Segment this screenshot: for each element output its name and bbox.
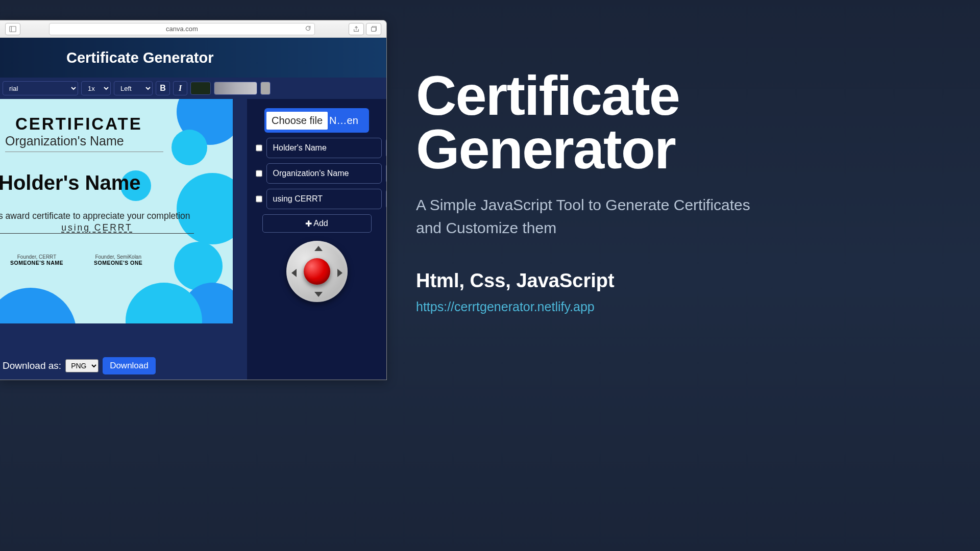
refresh-icon[interactable]	[305, 24, 311, 34]
extra-swatch[interactable]	[260, 82, 271, 95]
field-input[interactable]	[266, 189, 382, 209]
field-row	[256, 163, 378, 184]
chosen-filename: N…en	[329, 115, 358, 127]
url-text: canva.com	[166, 25, 198, 33]
align-select[interactable]: Left	[114, 81, 153, 95]
delete-field-button[interactable]	[386, 138, 387, 158]
browser-window: canva.com Certificate Generator rial 1x …	[0, 20, 387, 380]
url-bar[interactable]: canva.com	[49, 23, 315, 35]
gradient-swatch[interactable]	[214, 82, 257, 95]
field-checkbox[interactable]	[256, 170, 262, 177]
cert-body[interactable]: s award certificate to appreciate your c…	[0, 211, 228, 221]
trash-icon	[386, 195, 387, 203]
field-checkbox[interactable]	[256, 195, 262, 203]
app-title: Certificate Generator	[66, 49, 214, 66]
field-input[interactable]	[266, 163, 382, 184]
promo-subtitle: A Simple JavaScript Tool to Generate Cer…	[416, 193, 773, 239]
signer-name: SOMEONE'S ONE	[94, 260, 142, 266]
joystick-right-icon[interactable]	[337, 269, 342, 277]
signer-name: SOMEONE'S NAME	[10, 260, 63, 266]
sidebar-toggle-icon[interactable]	[5, 23, 20, 35]
side-panel: Choose file N…en	[247, 99, 386, 380]
field-checkbox[interactable]	[256, 144, 262, 152]
app-header: Certificate Generator	[0, 38, 386, 78]
zoom-select[interactable]: 1x	[81, 81, 111, 95]
delete-field-button[interactable]	[386, 189, 387, 209]
field-input[interactable]	[266, 138, 382, 158]
field-row	[256, 189, 378, 209]
signer-role: Founder, SemiKolan	[94, 254, 142, 260]
decor-blob	[0, 288, 77, 323]
signer-role: Founder, CERRT	[10, 254, 63, 260]
joystick-control[interactable]	[286, 241, 348, 302]
svg-rect-0	[10, 26, 16, 32]
joystick-up-icon[interactable]	[314, 246, 323, 251]
trash-icon	[386, 170, 387, 177]
download-button[interactable]: Download	[103, 357, 156, 374]
download-bar: Download as: PNG Download	[0, 352, 247, 380]
joystick-down-icon[interactable]	[314, 292, 323, 297]
signer-block: Founder, SemiKolan SOMEONE'S ONE	[94, 254, 142, 266]
app-body: Certificate Generator rial 1x Left B I	[0, 38, 386, 380]
delete-field-button[interactable]	[386, 164, 387, 183]
promo-title-2: Generator	[416, 117, 675, 180]
cert-heading[interactable]: CERTIFICATE	[15, 114, 228, 134]
share-icon[interactable]	[349, 23, 364, 35]
trash-icon	[386, 144, 387, 152]
joystick-left-icon[interactable]	[291, 269, 297, 277]
field-row	[256, 138, 378, 158]
toolbar: rial 1x Left B I	[0, 78, 386, 99]
titlebar: canva.com	[0, 20, 386, 38]
promo-url: https://cerrtgenerator.netlify.app	[416, 299, 773, 314]
choose-file-label: Choose file	[266, 112, 328, 130]
certificate-canvas[interactable]: CERTIFICATE Organization's Name Holder's…	[0, 99, 233, 323]
canvas-area: CERTIFICATE Organization's Name Holder's…	[0, 99, 247, 380]
joystick-ball[interactable]	[304, 258, 330, 285]
svg-rect-2	[372, 28, 376, 32]
cert-org[interactable]: Organization's Name	[5, 134, 163, 152]
italic-button[interactable]: I	[173, 81, 187, 95]
promo-tech: Html, Css, JavaScript	[416, 270, 773, 292]
main-area: CERTIFICATE Organization's Name Holder's…	[0, 99, 386, 380]
promo-title: Certificate Generator	[416, 69, 773, 176]
file-input[interactable]: Choose file N…en	[264, 108, 369, 133]
download-label: Download as:	[3, 360, 61, 371]
font-select[interactable]: rial	[3, 81, 78, 95]
bold-button[interactable]: B	[156, 81, 170, 95]
tabs-icon[interactable]	[366, 23, 381, 35]
plus-icon: ✚	[305, 219, 312, 229]
cert-holder[interactable]: Holder's Name	[0, 171, 228, 194]
color-swatch[interactable]	[190, 82, 211, 95]
promo-panel: Certificate Generator A Simple JavaScrip…	[416, 69, 773, 314]
add-label: Add	[313, 219, 328, 228]
signer-block: Founder, CERRT SOMEONE'S NAME	[10, 254, 63, 266]
add-field-button[interactable]: ✚ Add	[262, 214, 372, 233]
cert-using[interactable]: using CERRT	[0, 222, 194, 234]
format-select[interactable]: PNG	[65, 359, 99, 372]
